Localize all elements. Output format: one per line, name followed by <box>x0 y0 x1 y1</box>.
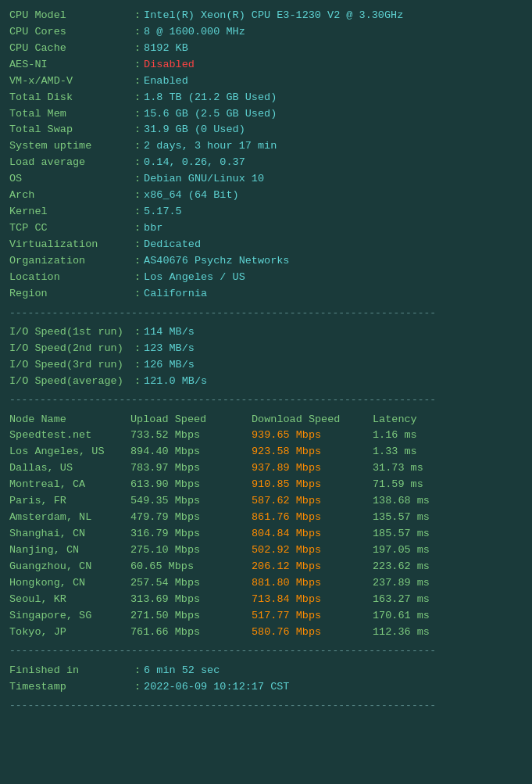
table-row: Guangzhou, CN60.65 Mbps206.12 Mbps223.62… <box>9 559 523 575</box>
location-label: Location <box>9 270 134 286</box>
cpu-model-row: CPU Model : Intel(R) Xeon(R) CPU E3-1230… <box>9 8 523 24</box>
io-avg-row: I/O Speed(average) : 121.0 MB/s <box>9 374 523 390</box>
location-value: Los Angeles / US <box>144 270 245 286</box>
upload-speed: 257.54 Mbps <box>130 575 252 592</box>
node-name: Montreal, CA <box>9 477 130 493</box>
aes-ni-value: Disabled <box>144 57 195 73</box>
download-speed: 587.62 Mbps <box>252 493 373 510</box>
load-avg-row: Load average : 0.14, 0.26, 0.37 <box>9 155 523 171</box>
divider-3: ----------------------------------------… <box>9 643 523 659</box>
download-speed: 713.84 Mbps <box>252 592 373 608</box>
region-value: California <box>144 286 207 303</box>
total-disk-label: Total Disk <box>9 90 134 106</box>
latency: 31.73 ms <box>373 460 451 477</box>
network-rows: Speedtest.net733.52 Mbps939.65 Mbps1.16 … <box>9 428 523 640</box>
node-name: Nanjing, CN <box>9 542 130 559</box>
upload-speed: 275.10 Mbps <box>130 542 252 559</box>
io-run1-label: I/O Speed(1st run) <box>9 324 134 341</box>
divider-1: ----------------------------------------… <box>9 306 523 321</box>
kernel-value: 5.17.5 <box>144 204 182 220</box>
node-name: Seoul, KR <box>9 592 130 608</box>
os-row: OS : Debian GNU/Linux 10 <box>9 171 523 188</box>
node-name: Tokyo, JP <box>9 625 130 641</box>
cpu-cache-row: CPU Cache : 8192 KB <box>9 41 523 57</box>
table-row: Tokyo, JP761.66 Mbps580.76 Mbps112.36 ms <box>9 625 523 641</box>
node-name: Hongkong, CN <box>9 575 130 592</box>
os-value: Debian GNU/Linux 10 <box>144 171 264 188</box>
download-speed: 910.85 Mbps <box>252 477 373 493</box>
aes-ni-row: AES-NI : Disabled <box>9 57 523 73</box>
node-name: Singapore, SG <box>9 608 130 625</box>
total-mem-row: Total Mem : 15.6 GB (2.5 GB Used) <box>9 106 523 123</box>
latency: 237.89 ms <box>373 575 451 592</box>
download-speed: 923.58 Mbps <box>252 444 373 460</box>
table-row: Hongkong, CN257.54 Mbps881.80 Mbps237.89… <box>9 575 523 592</box>
header-latency: Latency <box>373 412 451 428</box>
latency: 138.68 ms <box>373 493 451 510</box>
upload-speed: 549.35 Mbps <box>130 493 252 510</box>
virtualization-row: Virtualization : Dedicated <box>9 237 523 253</box>
table-row: Dallas, US783.97 Mbps937.89 Mbps31.73 ms <box>9 460 523 477</box>
load-avg-label: Load average <box>9 155 134 171</box>
virtualization-value: Dedicated <box>144 237 201 253</box>
latency: 135.57 ms <box>373 510 451 526</box>
latency: 1.33 ms <box>373 444 451 460</box>
virtualization-label: Virtualization <box>9 237 134 253</box>
finished-label: Finished in <box>9 663 134 679</box>
footer-section: Finished in : 6 min 52 sec Timestamp : 2… <box>9 663 523 696</box>
io-section: I/O Speed(1st run) : 114 MB/s I/O Speed(… <box>9 324 523 390</box>
uptime-row: System uptime : 2 days, 3 hour 17 min <box>9 138 523 155</box>
total-disk-row: Total Disk : 1.8 TB (21.2 GB Used) <box>9 90 523 106</box>
uptime-label: System uptime <box>9 138 134 155</box>
io-run2-value: 123 MB/s <box>144 341 195 357</box>
vm-amd-row: VM-x/AMD-V : Enabled <box>9 73 523 90</box>
cpu-cores-label: CPU Cores <box>9 24 134 41</box>
header-node: Node Name <box>9 412 130 428</box>
arch-label: Arch <box>9 188 134 204</box>
network-table-header: Node Name Upload Speed Download Speed La… <box>9 412 523 428</box>
download-speed: 517.77 Mbps <box>252 608 373 625</box>
latency: 185.57 ms <box>373 526 451 542</box>
io-run2-row: I/O Speed(2nd run) : 123 MB/s <box>9 341 523 357</box>
header-upload: Upload Speed <box>130 412 252 428</box>
total-swap-value: 31.9 GB (0 Used) <box>144 122 245 138</box>
node-name: Dallas, US <box>9 460 130 477</box>
table-row: Seoul, KR313.69 Mbps713.84 Mbps163.27 ms <box>9 592 523 608</box>
load-avg-value: 0.14, 0.26, 0.37 <box>144 155 245 171</box>
cpu-model-label: CPU Model <box>9 8 134 24</box>
latency: 112.36 ms <box>373 625 451 641</box>
table-row: Montreal, CA613.90 Mbps910.85 Mbps71.59 … <box>9 477 523 493</box>
arch-value: x86_64 (64 Bit) <box>144 188 239 204</box>
download-speed: 502.92 Mbps <box>252 542 373 559</box>
latency: 1.16 ms <box>373 428 451 444</box>
upload-speed: 313.69 Mbps <box>130 592 252 608</box>
upload-speed: 761.66 Mbps <box>130 625 252 641</box>
node-name: Los Angeles, US <box>9 444 130 460</box>
latency: 71.59 ms <box>373 477 451 493</box>
tcp-cc-row: TCP CC : bbr <box>9 220 523 237</box>
timestamp-value: 2022-06-09 10:12:17 CST <box>144 679 289 696</box>
upload-speed: 271.50 Mbps <box>130 608 252 625</box>
io-run3-value: 126 MB/s <box>144 357 195 374</box>
upload-speed: 733.52 Mbps <box>130 428 252 444</box>
table-row: Speedtest.net733.52 Mbps939.65 Mbps1.16 … <box>9 428 523 444</box>
node-name: Shanghai, CN <box>9 526 130 542</box>
latency: 163.27 ms <box>373 592 451 608</box>
total-swap-label: Total Swap <box>9 122 134 138</box>
table-row: Shanghai, CN316.79 Mbps804.84 Mbps185.57… <box>9 526 523 542</box>
table-row: Paris, FR549.35 Mbps587.62 Mbps138.68 ms <box>9 493 523 510</box>
tcp-cc-value: bbr <box>144 220 162 237</box>
organization-value: AS40676 Psychz Networks <box>144 253 289 270</box>
node-name: Amsterdam, NL <box>9 510 130 526</box>
kernel-row: Kernel : 5.17.5 <box>9 204 523 220</box>
cpu-cores-row: CPU Cores : 8 @ 1600.000 MHz <box>9 24 523 41</box>
vm-amd-label: VM-x/AMD-V <box>9 73 134 90</box>
organization-label: Organization <box>9 253 134 270</box>
divider-2: ----------------------------------------… <box>9 392 523 408</box>
network-section: Node Name Upload Speed Download Speed La… <box>9 412 523 641</box>
table-row: Amsterdam, NL479.79 Mbps861.76 Mbps135.5… <box>9 510 523 526</box>
table-row: Los Angeles, US894.40 Mbps923.58 Mbps1.3… <box>9 444 523 460</box>
latency: 170.61 ms <box>373 608 451 625</box>
region-row: Region : California <box>9 286 523 303</box>
header-download: Download Speed <box>252 412 373 428</box>
